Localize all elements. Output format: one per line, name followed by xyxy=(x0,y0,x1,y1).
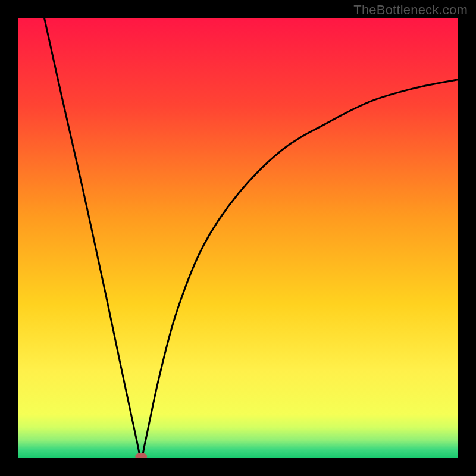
bottleneck-curve-chart xyxy=(18,18,458,458)
gradient-background xyxy=(18,18,458,458)
watermark-text: TheBottleneck.com xyxy=(353,2,468,18)
chart-frame xyxy=(18,18,458,458)
